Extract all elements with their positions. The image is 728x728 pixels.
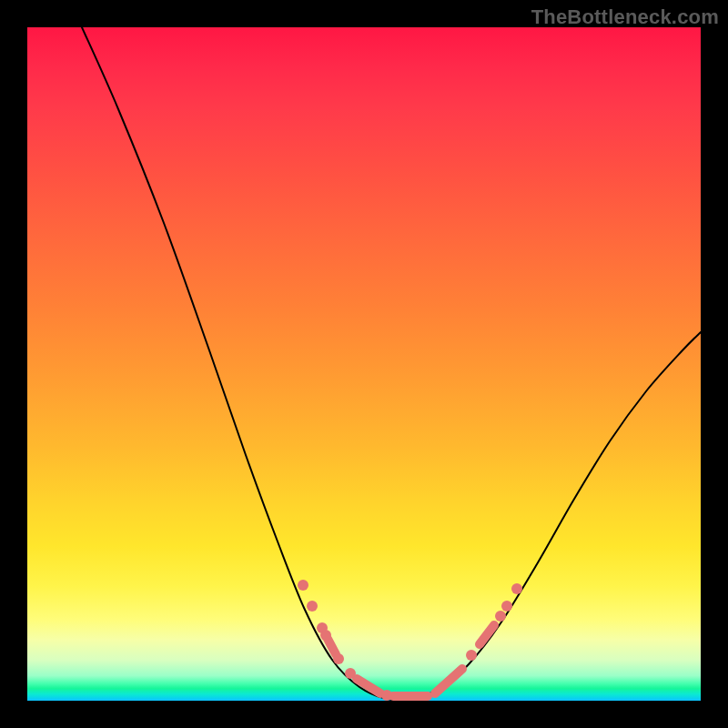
marker-dot <box>495 611 506 622</box>
plot-area <box>27 27 701 701</box>
watermark-text: TheBottleneck.com <box>531 5 719 29</box>
marker-dot <box>511 583 522 594</box>
marker-dash <box>435 669 462 693</box>
marker-dash <box>328 639 336 654</box>
marker-dot <box>333 653 344 664</box>
marker-dot <box>298 580 308 591</box>
marker-dot <box>466 650 477 661</box>
marker-dot <box>307 601 318 612</box>
marker-dash <box>480 625 494 644</box>
marker-dot <box>501 601 512 612</box>
chart-frame: TheBottleneck.com <box>0 0 728 728</box>
marker-dot <box>320 630 331 641</box>
marker-dot <box>345 668 356 679</box>
marker-dot <box>381 690 392 701</box>
marker-dash <box>357 679 380 693</box>
bottleneck-curve <box>82 27 701 701</box>
curve-svg <box>27 27 701 701</box>
